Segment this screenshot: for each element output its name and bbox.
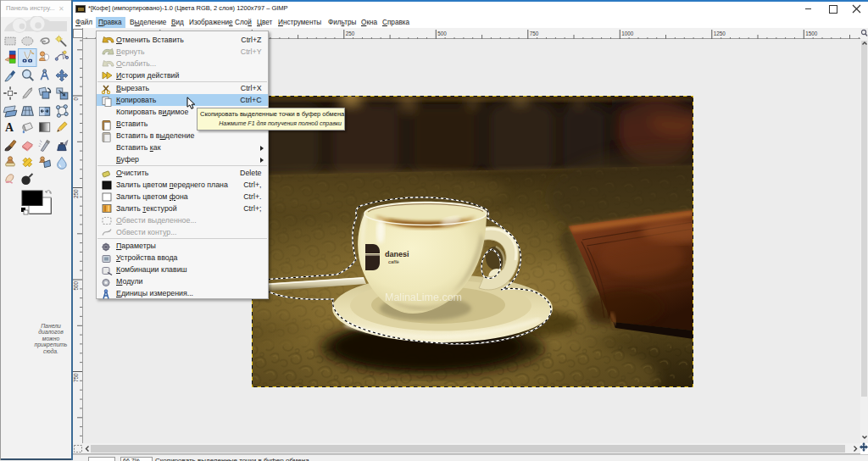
svg-text:250: 250 [73, 189, 79, 198]
svg-text:caffè: caffè [388, 259, 400, 264]
svg-text:1000: 1000 [621, 31, 634, 36]
svg-text:1250: 1250 [714, 31, 726, 36]
svg-text:500: 500 [73, 281, 79, 291]
svg-text:0: 0 [73, 97, 79, 101]
svg-text:A: A [5, 121, 14, 134]
svg-text:500: 500 [437, 31, 447, 36]
svg-text:danesi: danesi [385, 250, 409, 258]
svg-text:250: 250 [346, 31, 355, 36]
svg-text:1500: 1500 [805, 31, 818, 36]
svg-text:750: 750 [73, 373, 79, 382]
svg-text:MalinaLime.com: MalinaLime.com [385, 292, 462, 303]
svg-text:750: 750 [530, 31, 539, 36]
